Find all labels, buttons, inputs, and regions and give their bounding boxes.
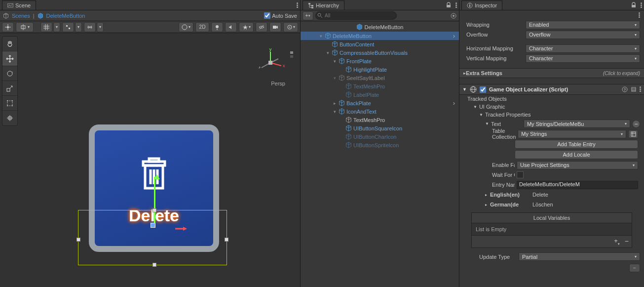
tree-row[interactable]: HighlightPlate: [301, 65, 459, 74]
tree-row[interactable]: ▾SeeItSayItLabel: [301, 74, 459, 82]
panel-menu-icon[interactable]: [297, 2, 298, 8]
snap-button[interactable]: [62, 22, 74, 32]
rotate-tool[interactable]: [2, 66, 17, 81]
remove-variable-button[interactable]: −: [625, 237, 629, 246]
create-button[interactable]: +▾: [303, 11, 313, 20]
locale-de-row[interactable]: ▸ German(de Löschen: [459, 200, 644, 209]
table-collection-dropdown[interactable]: My Strings: [518, 130, 626, 138]
snap-dropdown-button[interactable]: ▾: [75, 22, 82, 32]
audio-button[interactable]: [225, 22, 237, 32]
extra-settings-header[interactable]: ▸ Extra Settings (Click to expand): [459, 68, 644, 78]
add-locale-button[interactable]: Add Locale: [515, 150, 638, 159]
hand-tool[interactable]: [2, 37, 17, 51]
tree-row[interactable]: UIButtonCharIcon: [301, 132, 459, 141]
lock-icon[interactable]: [446, 2, 452, 8]
tracked-objects-header[interactable]: Tracked Objects: [459, 95, 644, 103]
fold-toggle[interactable]: ▾: [332, 109, 337, 114]
visibility-icon[interactable]: [450, 12, 457, 19]
help-icon[interactable]: ?: [622, 86, 628, 92]
tree-row[interactable]: ▾DeleteMeButton›: [301, 32, 459, 40]
open-table-button[interactable]: [628, 130, 638, 138]
vmap-dropdown[interactable]: Character: [526, 54, 640, 63]
increment-dropdown-button[interactable]: ▾: [97, 22, 104, 32]
text-string-dropdown[interactable]: My Strings/DeleteMeBu: [524, 120, 630, 128]
add-variable-button[interactable]: +▾: [614, 237, 620, 246]
transform-tool[interactable]: [2, 111, 17, 125]
fold-toggle[interactable]: ▾: [332, 76, 337, 81]
rect-tool[interactable]: [2, 96, 17, 111]
grid-visibility-button[interactable]: [40, 22, 52, 32]
tree-row[interactable]: ▾FrontPlate: [301, 57, 459, 65]
hierarchy-tab[interactable]: Hierarchy: [303, 0, 344, 10]
scene-root[interactable]: DeleteMeButton: [301, 22, 459, 32]
draw-mode-button[interactable]: ▾: [179, 22, 193, 32]
tree-row[interactable]: UIButtonSquareIcon: [301, 124, 459, 132]
svg-point-26: [12, 105, 13, 106]
scene-tab[interactable]: Scene: [2, 0, 36, 10]
hierarchy-search[interactable]: [315, 11, 397, 20]
scene-viewport[interactable]: y x Persp: [0, 33, 300, 287]
tree-row[interactable]: TextMeshPro: [301, 116, 459, 124]
lock-icon[interactable]: [631, 2, 637, 8]
enable-fallback-dropdown[interactable]: Use Project Settings: [517, 161, 638, 169]
tree-row[interactable]: ButtonContent: [301, 40, 459, 48]
component-enabled-checkbox[interactable]: [480, 86, 486, 93]
handle-rotation-button[interactable]: ▾: [16, 22, 34, 32]
fold-toggle[interactable]: ▾: [318, 34, 323, 39]
breadcrumb-root[interactable]: Scenes: [12, 13, 30, 19]
add-table-entry-button[interactable]: Add Table Entry: [515, 140, 638, 149]
auto-save-checkbox[interactable]: [264, 12, 270, 19]
breadcrumb-current[interactable]: DeleteMeButton: [46, 13, 85, 19]
layer-toggle-icon[interactable]: [289, 51, 294, 59]
locale-en-row[interactable]: ▸ English(en) Delete: [459, 190, 644, 200]
wait-completion-label: Wait For Completion: [492, 172, 515, 178]
orientation-gizmo[interactable]: y x: [256, 48, 285, 78]
fold-toggle[interactable]: ▸: [332, 101, 337, 106]
open-prefab-icon[interactable]: ›: [453, 99, 457, 107]
hmap-dropdown[interactable]: Character: [526, 44, 640, 53]
grid-dropdown-button[interactable]: ▾: [53, 22, 60, 32]
gizmos-button[interactable]: ▾: [283, 22, 298, 32]
2d-mode-button[interactable]: 2D: [195, 22, 209, 32]
component-menu-icon[interactable]: [640, 86, 641, 92]
tree-row[interactable]: TextMeshPro: [301, 82, 459, 90]
wait-completion-checkbox[interactable]: [517, 171, 524, 178]
panel-menu-icon[interactable]: [641, 2, 642, 8]
tree-row[interactable]: ▸BackPlate›: [301, 99, 459, 107]
preset-icon[interactable]: [631, 86, 637, 92]
fold-toggle[interactable]: ▾: [325, 50, 330, 55]
ui-graphic-header[interactable]: ▼UI Graphic: [459, 103, 644, 111]
tree-row[interactable]: LabelPlate: [301, 90, 459, 99]
perspective-label[interactable]: Persp: [271, 81, 285, 86]
remove-tracked-button[interactable]: −: [629, 264, 640, 272]
scale-tool[interactable]: [2, 81, 17, 96]
tree-row[interactable]: ▾CompressableButtonVisuals: [301, 48, 459, 57]
localizer-component-header[interactable]: ▼ Game Object Localizer (Script) ?: [459, 84, 644, 95]
text-property-row[interactable]: ▼ Text My Strings/DeleteMeBu −: [459, 119, 644, 129]
camera-button[interactable]: [269, 22, 281, 32]
move-tool[interactable]: [2, 51, 17, 66]
hidden-objects-button[interactable]: [256, 22, 267, 32]
open-prefab-icon[interactable]: ›: [453, 32, 457, 40]
increment-snap-button[interactable]: [84, 22, 96, 32]
remove-property-button[interactable]: −: [632, 120, 640, 128]
tree-row[interactable]: ▾IconAndText: [301, 107, 459, 116]
tracked-properties-header[interactable]: ▼Tracked Properties: [459, 111, 644, 119]
inspector-tab[interactable]: Inspector: [461, 0, 502, 10]
update-type-dropdown[interactable]: Partial: [519, 252, 640, 261]
tree-row[interactable]: UIButtonSpriteIcon: [301, 141, 459, 149]
overflow-dropdown[interactable]: Overflow: [526, 31, 640, 39]
lighting-button[interactable]: [211, 22, 223, 32]
svg-rect-57: [469, 5, 470, 7]
entry-name-field[interactable]: DeleteMeButton/DeleteM: [517, 181, 638, 189]
inspector-header: Inspector: [459, 0, 644, 10]
fold-toggle[interactable]: ▾: [332, 59, 337, 64]
svg-rect-37: [290, 55, 293, 58]
effects-button[interactable]: ▾: [239, 22, 254, 32]
auto-save-toggle[interactable]: Auto Save: [264, 12, 297, 19]
component-menu-icon[interactable]: [639, 12, 640, 18]
wrapping-dropdown[interactable]: Enabled: [526, 21, 640, 29]
panel-menu-icon[interactable]: [455, 2, 457, 8]
origin-handle[interactable]: [151, 223, 155, 228]
pivot-mode-button[interactable]: [2, 22, 14, 32]
